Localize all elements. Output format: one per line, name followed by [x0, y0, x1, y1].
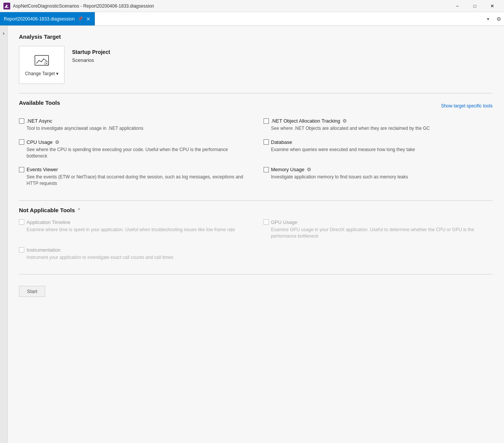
- tool-memory-usage-checkbox[interactable]: [264, 167, 269, 172]
- tool-instrumentation: Instrumentation Instrument your applicat…: [19, 247, 248, 261]
- tool-dotnet-object-allocation-desc: See where .NET Objects are allocated and…: [271, 125, 493, 132]
- tool-dotnet-object-allocation-checkbox[interactable]: [264, 118, 269, 124]
- settings-gear-button[interactable]: ⚙: [493, 12, 504, 25]
- available-tools-title: Available Tools: [19, 99, 60, 106]
- tool-memory-usage: Memory Usage ⚙ Investigate application m…: [264, 167, 493, 187]
- tool-cpu-usage: CPU Usage ⚙ See where the CPU is spendin…: [19, 139, 248, 159]
- tool-memory-usage-name: Memory Usage: [271, 167, 305, 172]
- tab-close-icon[interactable]: ✕: [86, 16, 91, 22]
- tool-memory-usage-desc: Investigate application memory to find i…: [271, 174, 493, 180]
- app-title: AspNetCoreDiagnosticScenarios - Report20…: [13, 3, 449, 9]
- tool-dotnet-async-header: .NET Async: [19, 118, 248, 124]
- tool-gpu-usage-checkbox[interactable]: [264, 219, 269, 225]
- tool-app-timeline: Application Timeline Examine where time …: [19, 219, 248, 240]
- change-target-label: Change Target ▾: [25, 71, 58, 76]
- tool-gpu-usage-header: GPU Usage: [264, 219, 493, 225]
- tab-bar: Report20200406-1833.diagsession 📌 ✕ ▾ ⚙: [0, 12, 504, 26]
- tool-events-viewer: Events Viewer See the events (ETW or Net…: [19, 167, 248, 187]
- tab-dropdown-button[interactable]: ▾: [483, 12, 493, 25]
- tool-cpu-usage-header: CPU Usage ⚙: [19, 139, 248, 145]
- tool-database-desc: Examine when queries were executed and m…: [271, 147, 493, 153]
- divider-1: [19, 93, 493, 93]
- tool-dotnet-async-name: .NET Async: [27, 118, 52, 124]
- show-target-link[interactable]: Show target specific tools: [441, 103, 493, 109]
- tool-cpu-usage-desc: See where the CPU is spending time execu…: [27, 147, 248, 159]
- tool-database-checkbox[interactable]: [264, 139, 269, 145]
- divider-2: [19, 200, 493, 201]
- tool-gpu-usage-desc: Examine GPU usage in your DirectX applic…: [271, 227, 493, 240]
- tool-dotnet-object-allocation-header: .NET Object Allocation Tracking ⚙: [264, 118, 493, 124]
- tool-app-timeline-desc: Examine where time is spent in your appl…: [27, 227, 248, 233]
- tool-database-header: Database: [264, 139, 493, 145]
- minimize-button[interactable]: −: [449, 0, 466, 12]
- start-button[interactable]: Start: [19, 286, 45, 297]
- tool-cpu-usage-gear-icon[interactable]: ⚙: [55, 139, 60, 145]
- divider-3: [19, 274, 493, 274]
- analysis-target-section: Analysis Target Change Target ▾: [19, 33, 493, 84]
- tool-dotnet-object-allocation-gear-icon[interactable]: ⚙: [342, 118, 347, 124]
- analysis-target-title: Analysis Target: [19, 33, 493, 40]
- tool-dotnet-async-desc: Tool to investigate async/await usage in…: [27, 125, 248, 132]
- tool-database: Database Examine when queries were execu…: [264, 139, 493, 159]
- not-applicable-tools-section: Not Applicable Tools ^ Application Timel…: [19, 207, 493, 268]
- collapse-icon[interactable]: ^: [78, 207, 80, 213]
- tool-app-timeline-header: Application Timeline: [19, 219, 248, 225]
- tool-instrumentation-checkbox[interactable]: [19, 247, 24, 252]
- tool-events-viewer-checkbox[interactable]: [19, 167, 24, 172]
- startup-info: Startup Project Scenarios: [72, 46, 110, 63]
- tool-cpu-usage-checkbox[interactable]: [19, 139, 24, 145]
- vs-logo-icon: [3, 2, 11, 10]
- tool-events-viewer-desc: See the events (ETW or NetTrace) that oc…: [27, 174, 248, 187]
- available-tools-header: Available Tools Show target specific too…: [19, 99, 493, 112]
- tool-dotnet-object-allocation-name: .NET Object Allocation Tracking: [271, 118, 341, 124]
- not-applicable-header: Not Applicable Tools ^: [19, 207, 493, 213]
- startup-project-value: Scenarios: [72, 57, 110, 63]
- tool-memory-usage-header: Memory Usage ⚙: [264, 167, 493, 172]
- available-tools-section: Available Tools Show target specific too…: [19, 99, 493, 194]
- not-applicable-tools-grid: Application Timeline Examine where time …: [19, 219, 493, 268]
- not-applicable-title: Not Applicable Tools: [19, 207, 75, 213]
- available-tools-grid: .NET Async Tool to investigate async/awa…: [19, 118, 493, 194]
- analysis-target-box: Change Target ▾ Startup Project Scenario…: [19, 46, 493, 84]
- tab-pin-icon[interactable]: 📌: [78, 16, 83, 21]
- active-tab[interactable]: Report20200406-1833.diagsession 📌 ✕: [0, 12, 95, 25]
- tool-instrumentation-desc: Instrument your application to investiga…: [27, 254, 248, 261]
- tab-label: Report20200406-1833.diagsession: [4, 16, 75, 22]
- sidebar-toggle-icon: ›: [3, 30, 4, 36]
- tool-dotnet-async-checkbox[interactable]: [19, 118, 24, 124]
- maximize-button[interactable]: □: [466, 0, 484, 12]
- tool-gpu-usage: GPU Usage Examine GPU usage in your Dire…: [264, 219, 493, 240]
- tool-memory-usage-gear-icon[interactable]: ⚙: [307, 167, 311, 172]
- close-button[interactable]: ✕: [484, 0, 501, 12]
- tool-database-name: Database: [271, 139, 292, 145]
- sidebar-toggle[interactable]: ›: [0, 26, 8, 443]
- tab-spacer: [95, 12, 483, 25]
- tool-events-viewer-header: Events Viewer: [19, 167, 248, 172]
- tool-app-timeline-checkbox[interactable]: [19, 219, 24, 225]
- tool-dotnet-async: .NET Async Tool to investigate async/awa…: [19, 118, 248, 132]
- title-bar: AspNetCoreDiagnosticScenarios - Report20…: [0, 0, 504, 12]
- start-section: Start: [19, 286, 493, 297]
- tool-gpu-usage-name: GPU Usage: [271, 219, 297, 225]
- change-target-icon: [34, 54, 49, 69]
- startup-project-label: Startup Project: [72, 49, 110, 55]
- tool-instrumentation-name: Instrumentation: [27, 247, 61, 253]
- change-target-button[interactable]: Change Target ▾: [19, 46, 64, 84]
- content-area: Analysis Target Change Target ▾: [8, 26, 504, 443]
- tool-cpu-usage-name: CPU Usage: [27, 139, 53, 145]
- tool-instrumentation-header: Instrumentation: [19, 247, 248, 253]
- tool-events-viewer-name: Events Viewer: [27, 167, 58, 172]
- main-layout: › Analysis Target Change T: [0, 26, 504, 443]
- tool-dotnet-object-allocation: .NET Object Allocation Tracking ⚙ See wh…: [264, 118, 493, 132]
- window-controls: − □ ✕: [449, 0, 501, 12]
- tool-app-timeline-name: Application Timeline: [27, 219, 71, 225]
